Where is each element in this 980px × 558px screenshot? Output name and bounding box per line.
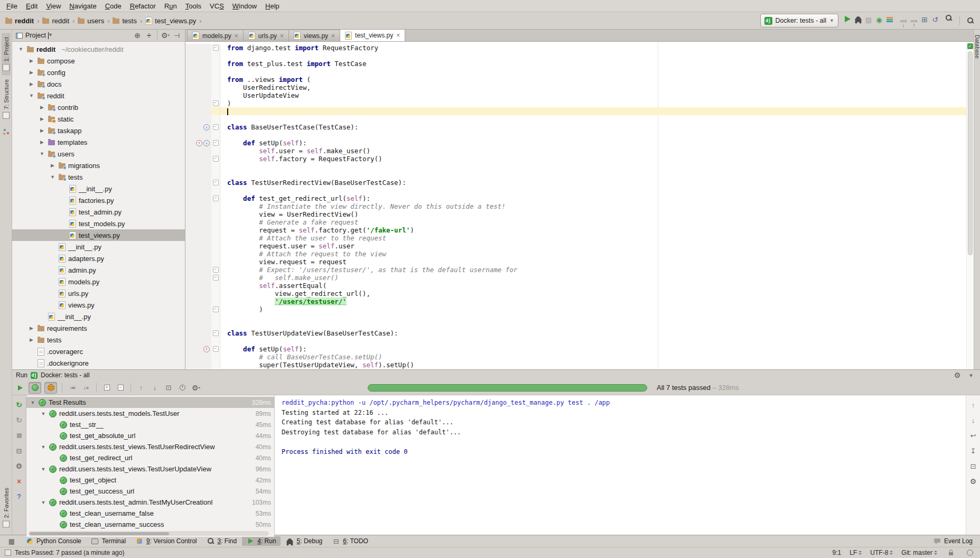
project-tree-item-taskapp[interactable]: ▶taskapp <box>12 125 185 136</box>
help-button[interactable] <box>14 491 24 502</box>
chevron-expanded-icon[interactable]: ▼ <box>40 500 46 505</box>
code-line-38[interactable] <box>185 337 974 345</box>
project-tree-item-views.py[interactable]: views.py <box>12 299 185 311</box>
collapse-all-button[interactable] <box>144 30 154 41</box>
menu-tools[interactable]: Tools <box>181 1 206 11</box>
chevron-expanded-icon[interactable]: ▼ <box>40 411 46 416</box>
menu-vcs[interactable]: VCS <box>206 1 228 11</box>
settings-button[interactable] <box>160 30 171 41</box>
hector-button[interactable] <box>965 547 975 558</box>
project-tree-item-reddit[interactable]: ▼reddit <box>12 90 185 101</box>
fold-marker-icon[interactable]: − <box>213 275 219 281</box>
code-line-4[interactable] <box>185 68 974 76</box>
test-tree-item[interactable]: ▼reddit.users.tests.test_admin.TestMyUse… <box>26 497 274 508</box>
test-tree-item[interactable]: test_get_object42ms <box>26 475 274 486</box>
code-editor[interactable]: −from django.test import RequestFactoryf… <box>185 42 974 369</box>
previous-failed-test-button[interactable] <box>136 383 146 393</box>
code-line-35[interactable] <box>185 313 974 321</box>
chevron-collapsed-icon[interactable]: ▶ <box>39 128 45 133</box>
chevron-collapsed-icon[interactable]: ▶ <box>28 58 35 63</box>
chevron-expanded-icon[interactable]: ▼ <box>17 46 24 52</box>
override-up-icon[interactable]: ↑ <box>203 346 210 352</box>
code-line-22[interactable]: view = UserRedirectView() <box>185 210 974 218</box>
sort-alphabetically-button[interactable] <box>67 383 78 393</box>
restore-layout-button[interactable] <box>14 445 24 456</box>
test-history-button[interactable] <box>177 383 188 393</box>
fold-marker-icon[interactable]: − <box>213 330 219 336</box>
project-tree-item-test_admin.py[interactable]: test_admin.py <box>12 206 185 218</box>
status-widget-9-1[interactable]: 9:1 <box>833 549 842 556</box>
chevron-collapsed-icon[interactable]: ▶ <box>39 105 45 110</box>
pin-tab-button[interactable] <box>14 461 24 471</box>
code-line-28[interactable]: view.request = request <box>185 258 974 266</box>
sort-by-duration-button[interactable] <box>81 383 91 393</box>
chevron-collapsed-icon[interactable]: ▶ <box>28 70 35 75</box>
project-tree-item-requirements[interactable]: ▶requirements <box>12 322 185 334</box>
rerun-tests-button[interactable] <box>15 383 25 393</box>
menu-code[interactable]: Code <box>101 1 126 11</box>
test-tree-item[interactable]: test__str__45ms <box>26 419 274 430</box>
hierarchy-icon[interactable] <box>3 128 9 135</box>
fold-marker-icon[interactable]: − <box>213 346 219 352</box>
hide-tool-window-button[interactable] <box>966 370 976 380</box>
close-icon[interactable]: × <box>280 33 284 39</box>
search-everywhere-button[interactable] <box>944 13 954 23</box>
inspections-ok-icon[interactable] <box>967 43 973 49</box>
stripe-tab-structure[interactable]: 7: Structure <box>2 75 11 123</box>
vcs-update-button[interactable] <box>898 18 909 29</box>
status-widget-lf[interactable]: LF <box>850 549 862 556</box>
show-ignored-toggle[interactable] <box>44 382 57 394</box>
chevron-down-icon[interactable]: ▼ <box>48 32 49 39</box>
soft-wrap-button[interactable] <box>968 430 978 441</box>
chevron-collapsed-icon[interactable]: ▶ <box>28 337 35 342</box>
tab-views.py[interactable]: views.py× <box>288 30 340 41</box>
show-passed-toggle[interactable] <box>29 382 41 394</box>
print-button[interactable] <box>968 461 978 471</box>
stripe-tab-project[interactable]: 1: Project <box>2 33 11 75</box>
python-console-button[interactable]: Python Console <box>21 536 86 546</box>
code-line-21[interactable]: # Instantiate the view directly. Never d… <box>185 202 974 210</box>
menu-edit[interactable]: Edit <box>22 1 42 11</box>
breadcrumb-reddit[interactable]: reddit <box>4 17 35 25</box>
scrollbar-thumb[interactable] <box>30 532 169 535</box>
hide-panel-button[interactable] <box>172 30 182 41</box>
chevron-collapsed-icon[interactable]: ▶ <box>39 140 45 145</box>
todo-button[interactable]: 6: TODO <box>328 536 372 546</box>
override-up-icon[interactable]: ↑ <box>196 140 202 146</box>
recent-changes-button[interactable] <box>919 14 930 25</box>
code-line-14[interactable]: self.user = self.make_user() <box>185 147 974 155</box>
code-line-20[interactable]: − def test_get_redirect_url(self): <box>185 194 974 202</box>
editor-scrollbar[interactable] <box>966 42 974 369</box>
close-icon[interactable]: × <box>331 33 335 39</box>
test-tree-item[interactable]: test_clean_username_success50ms <box>26 519 274 530</box>
code-line-8[interactable]: −) <box>185 99 974 107</box>
project-tree-item-.dockerignore[interactable]: .dockerignore <box>12 357 185 369</box>
scroll-to-end-button[interactable] <box>968 445 978 456</box>
project-tree-item-static[interactable]: ▶static <box>12 113 185 125</box>
close-icon[interactable]: × <box>396 33 400 38</box>
status-widget-utf-8[interactable]: UTF-8 <box>870 549 893 556</box>
chevron-collapsed-icon[interactable]: ▶ <box>39 116 45 122</box>
project-tree-item-__init__.py[interactable]: __init__.py <box>12 311 185 322</box>
project-tree-item-urls.py[interactable]: urls.py <box>12 287 185 299</box>
chevron-expanded-icon[interactable]: ▼ <box>40 444 46 450</box>
project-tree-item-factories.py[interactable]: factories.py <box>12 194 185 206</box>
test-tree-item[interactable]: ▼reddit.users.tests.test_models.TestUser… <box>26 408 274 419</box>
chevron-expanded-icon[interactable]: ▼ <box>40 467 46 472</box>
run-button[interactable]: 4: Run <box>242 536 280 546</box>
scroll-up-button[interactable] <box>968 399 978 410</box>
project-tree-item-templates[interactable]: ▶templates <box>12 136 185 148</box>
menu-run[interactable]: Run <box>160 1 181 11</box>
chevron-collapsed-icon[interactable]: ▶ <box>28 81 35 87</box>
tab-urls.py[interactable]: urls.py× <box>243 30 289 41</box>
test-tree-item[interactable]: test_get_absolute_url44ms <box>26 430 274 441</box>
code-line-23[interactable]: # Generate a fake request <box>185 218 974 226</box>
code-line-5[interactable]: from ..views import ( <box>185 76 974 83</box>
project-tree-item-__init__.py[interactable]: __init__.py <box>12 183 185 194</box>
override-down-icon[interactable]: ↓ <box>203 124 210 131</box>
locate-file-button[interactable] <box>132 30 143 41</box>
scrollbar-thumb[interactable] <box>968 51 973 255</box>
fold-marker-icon[interactable]: − <box>213 45 219 51</box>
project-tree-item-tests[interactable]: ▶tests <box>12 334 185 346</box>
scroll-down-button[interactable] <box>968 415 978 425</box>
